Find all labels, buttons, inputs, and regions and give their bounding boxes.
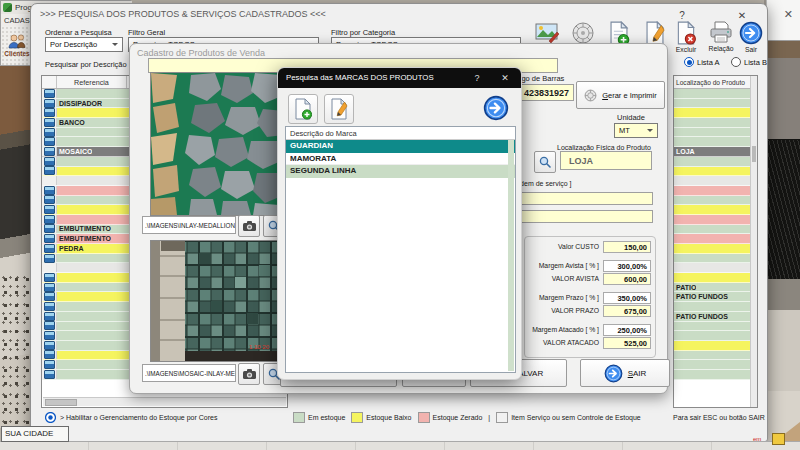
disc-icon (571, 21, 595, 45)
table-row[interactable] (674, 157, 757, 167)
table-row[interactable] (674, 322, 757, 332)
price-field[interactable]: 300,00% (603, 260, 651, 272)
table-row[interactable] (674, 341, 757, 351)
stock-colors-toggle[interactable]: > Habilitar o Gerenciamento do Estoque p… (45, 412, 217, 423)
magnifier-icon (539, 156, 551, 168)
table-row[interactable] (674, 128, 757, 138)
marca-list-item[interactable]: GUARDIAN (286, 140, 515, 153)
referencia-header: Referencia (57, 76, 127, 88)
image-path-field-2[interactable]: .\IMAGENS\MOSAIC-INLAY-MEI (142, 364, 236, 382)
table-row[interactable] (674, 331, 757, 341)
localizacao-search-button[interactable] (534, 151, 556, 173)
gerar-imprimir-button[interactable]: Gerar e Imprimir (576, 81, 665, 109)
table-row[interactable]: PATIO (674, 283, 757, 293)
taskbar[interactable]: em (0, 441, 800, 450)
localizacao-field[interactable]: LOJA (560, 151, 652, 170)
table-row[interactable] (674, 137, 757, 147)
table-row[interactable] (674, 234, 757, 244)
scrollbar-thumb[interactable] (45, 399, 77, 406)
table-row[interactable] (674, 205, 757, 215)
table-row[interactable] (674, 215, 757, 225)
toolbar-sair-button[interactable]: Sair (734, 21, 768, 53)
search-by-description-label: Pesquisar por Descrição (45, 60, 127, 69)
thumbnail-icon (42, 137, 57, 146)
price-field[interactable]: 350,00% (603, 292, 651, 304)
table-row[interactable] (674, 351, 757, 361)
table-row[interactable] (674, 273, 757, 283)
dialog-exit-button[interactable] (483, 95, 509, 121)
image-path-field-1[interactable]: .\IMAGENS\INLAY-MEDALLION (142, 216, 236, 234)
price-field[interactable]: 525,00 (603, 337, 651, 349)
table-row[interactable] (674, 370, 757, 380)
legend-item: Item Serviço ou sem Controle de Estoque (496, 412, 641, 423)
table-row[interactable] (674, 118, 757, 128)
lista-a-radio[interactable]: Lista A (684, 57, 720, 67)
app-logo-icon (3, 3, 12, 12)
scrollbar-thumb[interactable] (752, 146, 756, 162)
price-field[interactable]: 250,00% (603, 324, 651, 336)
price-row: VALOR ATACADO525,00 (529, 336, 651, 349)
sair-button[interactable]: SAIR (580, 359, 670, 387)
table-row[interactable]: LOJA (674, 147, 757, 157)
ordenar-select[interactable]: Por Descrição (45, 37, 123, 52)
table-row[interactable] (674, 254, 757, 264)
marca-list-item[interactable]: SEGUNDA LINHA (286, 165, 515, 178)
lista-b-label: Lista B (744, 58, 767, 67)
legend-swatch (293, 412, 305, 423)
price-row: Margem Avista [ % ]300,00% (529, 259, 651, 272)
price-field[interactable]: 150,00 (603, 241, 651, 253)
price-label: Valor CUSTO (558, 243, 599, 250)
desktop-photo-right (764, 0, 800, 450)
table-row[interactable] (674, 186, 757, 196)
vertical-scrollbar[interactable] (750, 76, 757, 407)
camera-button-1[interactable] (238, 215, 260, 237)
table-row[interactable]: PATIO FUNDOS (674, 292, 757, 302)
price-label: VALOR ATACADO (543, 339, 599, 346)
camera-button-2[interactable] (238, 363, 260, 385)
table-row[interactable] (674, 302, 757, 312)
exit-arrow-icon (739, 21, 763, 45)
screen: ✕ Programa CADASTRO Clientes >>> PESQUIS… (0, 0, 800, 450)
price-label: Margem Avista [ % ] (539, 262, 599, 269)
close-icon[interactable]: ✕ (784, 8, 793, 21)
table-row[interactable] (674, 244, 757, 254)
taskbar-yellow-icon[interactable] (772, 433, 785, 445)
thumbnail-icon (42, 234, 57, 243)
thumbnail-icon (42, 89, 57, 98)
location-table[interactable]: Localização do Produto LOJAPATIOPATIO FU… (673, 75, 758, 408)
table-row[interactable] (674, 360, 757, 370)
table-row[interactable] (674, 225, 757, 235)
legend-label: Em estoque (308, 414, 345, 421)
table-row[interactable] (674, 89, 757, 99)
table-row[interactable] (674, 263, 757, 273)
table-row[interactable] (674, 176, 757, 186)
close-button[interactable]: ✕ (497, 71, 513, 85)
thumbnail-icon (42, 225, 57, 234)
marcas-dialog: Pesquisa das MARCAS DOS PRODUTOS ? ✕ (277, 67, 522, 380)
lista-b-radio[interactable]: Lista B (731, 57, 767, 67)
exit-arrow-icon (604, 364, 623, 383)
table-row[interactable]: PATIO FUNDOS (674, 312, 757, 322)
unidade-select[interactable]: MT (614, 123, 658, 138)
price-field[interactable]: 675,00 (603, 305, 651, 317)
document-add-icon (294, 98, 312, 120)
table-row[interactable] (674, 167, 757, 177)
marcas-list[interactable]: Descrição do Marca GUARDIANMAMORATASEGUN… (285, 126, 516, 373)
radio-blue-icon (45, 412, 56, 423)
price-field[interactable]: 600,00 (603, 273, 651, 285)
table-row[interactable] (674, 196, 757, 206)
help-button[interactable]: ? (469, 71, 485, 85)
alterar-marca-button[interactable] (324, 94, 354, 124)
legend-item: Estoque Baixo (351, 412, 411, 423)
table-row[interactable] (674, 108, 757, 118)
document-edit-icon (330, 98, 348, 120)
table-row[interactable] (674, 99, 757, 109)
row-label: LOJA (674, 148, 695, 155)
clientes-button[interactable]: Clientes (2, 28, 32, 63)
incluir-marca-button[interactable] (288, 94, 318, 124)
thumbnail-icon (42, 186, 57, 195)
thumbnail-icon (42, 157, 57, 166)
legend-label: Estoque Zerado (433, 414, 483, 421)
horizontal-scrollbar[interactable] (43, 397, 286, 406)
marca-list-item[interactable]: MAMORATA (286, 153, 515, 166)
